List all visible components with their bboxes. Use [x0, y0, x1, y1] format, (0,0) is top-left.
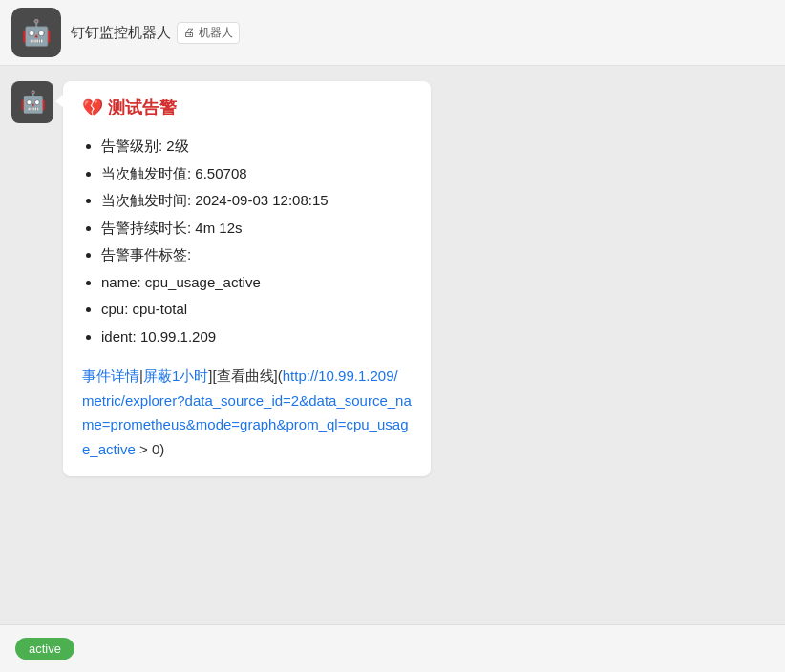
event-detail-link[interactable]: 事件详情: [82, 368, 139, 384]
list-item: 当次触发时值: 6.50708: [101, 160, 412, 188]
message-title: 💔 测试告警: [82, 96, 412, 119]
robot-icon: 🤖: [21, 18, 52, 48]
item-value: 10.99.1.209: [140, 328, 216, 345]
item-label: name:: [101, 274, 145, 290]
item-label: 告警事件标签:: [101, 246, 191, 262]
message-avatar: 🤖: [11, 81, 53, 123]
item-value: 4m 12s: [195, 220, 242, 236]
message-area: 🤖 💔 测试告警 告警级别: 2级 当次触发时值: 6.50708 当次触发时间…: [0, 66, 785, 624]
list-item: cpu: cpu-total: [101, 296, 412, 324]
broken-heart-icon: 💔: [82, 98, 103, 117]
list-item: 告警级别: 2级: [101, 133, 412, 160]
message-list: 告警级别: 2级 当次触发时值: 6.50708 当次触发时间: 2024-09…: [82, 133, 412, 350]
list-item: 告警事件标签:: [101, 242, 412, 269]
app-container: 钉钉 8014 微博8014 钉钉 钉钉 8014 1209 🤖 钉钉监控机器人…: [0, 0, 785, 672]
list-item: 当次触发时间: 2024-09-03 12:08:15: [101, 187, 412, 215]
item-label: 当次触发时间:: [101, 192, 195, 208]
item-label: 告警级别:: [101, 137, 166, 154]
item-value: 2024-09-03 12:08:15: [195, 192, 328, 208]
item-label: ident:: [101, 328, 140, 345]
robot-tag: 🖨 机器人: [177, 22, 240, 44]
chat-header: 🤖 钉钉监控机器人 🖨 机器人: [0, 0, 785, 66]
bracket-open: ][查看曲线](: [208, 368, 283, 384]
bot-name: 钉钉监控机器人: [71, 24, 171, 42]
message-bubble-wrapper: 🤖 💔 测试告警 告警级别: 2级 当次触发时值: 6.50708 当次触发时间…: [11, 81, 774, 476]
list-item: name: cpu_usage_active: [101, 269, 412, 297]
list-item: 告警持续时长: 4m 12s: [101, 215, 412, 242]
item-label: cpu:: [101, 301, 133, 317]
item-value: cpu-total: [133, 301, 188, 317]
status-bar: active: [0, 624, 785, 672]
status-badge: active: [15, 638, 74, 660]
avatar: 🤖: [11, 8, 61, 57]
item-value: 6.50708: [195, 165, 246, 181]
item-value: cpu_usage_active: [145, 274, 261, 290]
message-footer: 事件详情|屏蔽1小时][查看曲线](http://10.99.1.209/met…: [82, 364, 412, 461]
item-label: 当次触发时值:: [101, 165, 195, 181]
printer-icon: 🖨: [183, 26, 195, 39]
robot-tag-label: 机器人: [199, 25, 233, 41]
title-text: 测试告警: [108, 98, 177, 117]
bracket-close: > 0): [136, 441, 164, 457]
item-label: 告警持续时长:: [101, 220, 195, 236]
list-item: ident: 10.99.1.209: [101, 324, 412, 351]
item-value: 2级: [166, 137, 188, 154]
mute-1h-link[interactable]: 屏蔽1小时: [143, 368, 208, 384]
message-bubble: 💔 测试告警 告警级别: 2级 当次触发时值: 6.50708 当次触发时间: …: [63, 81, 431, 476]
